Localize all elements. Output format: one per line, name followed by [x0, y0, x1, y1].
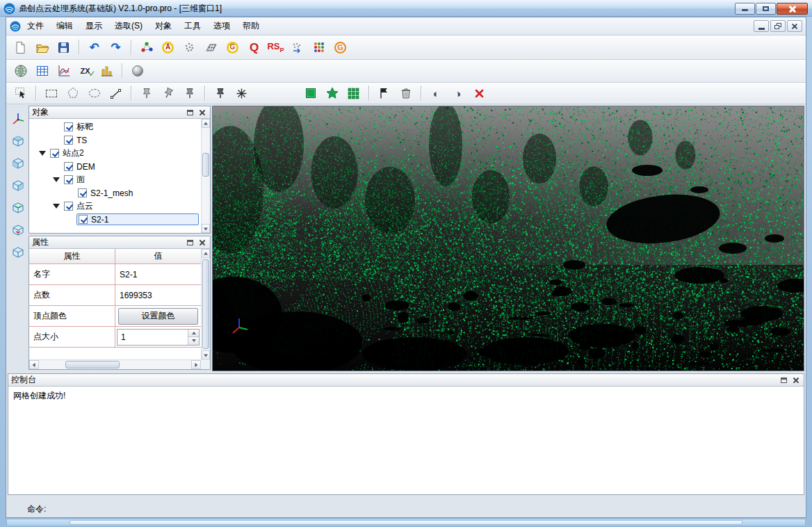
bottom-scrollbar[interactable]	[6, 519, 806, 526]
axes-view-button[interactable]	[10, 111, 26, 129]
zx-profile-button[interactable]: ZX✓	[75, 62, 95, 80]
sphere-render-button[interactable]	[127, 62, 147, 80]
properties-close-button[interactable]	[197, 238, 207, 247]
menu-select[interactable]: 选取(S)	[108, 17, 149, 35]
save-file-button[interactable]	[54, 38, 74, 56]
viewport-canvas[interactable]	[213, 106, 804, 371]
checkbox[interactable]	[64, 202, 73, 211]
polygon-select-button[interactable]	[63, 84, 83, 102]
green-grid-button[interactable]	[343, 84, 364, 102]
checkbox[interactable]	[64, 122, 73, 131]
console-close-button[interactable]	[791, 375, 801, 384]
redo-button[interactable]: ↷	[106, 38, 126, 56]
checkbox[interactable]	[64, 175, 73, 184]
ellipse-select-button[interactable]	[84, 84, 104, 102]
properties-horizontal-scrollbar[interactable]	[29, 359, 201, 369]
box-view-6-button[interactable]	[10, 245, 26, 262]
point-cloud-button[interactable]	[179, 38, 200, 56]
scrollbar-thumb[interactable]	[65, 361, 120, 368]
new-file-button[interactable]	[10, 38, 31, 56]
checkbox[interactable]	[64, 136, 73, 145]
circle-q-button[interactable]: Q	[244, 38, 264, 56]
pick-select-button[interactable]	[10, 84, 31, 102]
point-size-value[interactable]: 1	[117, 330, 188, 345]
tree-item-s2-1-mesh[interactable]: S2-1_mesh	[29, 186, 210, 200]
spin-down-icon[interactable]	[188, 337, 199, 345]
histogram-levels-button[interactable]	[97, 62, 117, 80]
target-a-button[interactable]: A	[158, 38, 178, 56]
tree-item-mesh-group[interactable]: 面	[29, 173, 210, 186]
box-view-5-button[interactable]	[10, 222, 26, 240]
menu-object[interactable]: 对象	[149, 17, 178, 35]
pin-2-button[interactable]	[158, 84, 178, 102]
tree-item-dem[interactable]: DEM	[29, 160, 210, 173]
properties-vertical-scrollbar[interactable]	[201, 249, 210, 359]
rect-select-button[interactable]	[41, 84, 61, 102]
cloud-convert-button[interactable]	[287, 38, 307, 56]
resample-rsp-button[interactable]: RSP	[266, 38, 286, 56]
swirl-g-button[interactable]: G	[330, 38, 350, 56]
mdi-close-button[interactable]	[787, 20, 802, 32]
menu-options[interactable]: 选项	[207, 17, 236, 35]
pin-1-button[interactable]	[136, 84, 156, 102]
green-star-button[interactable]	[322, 84, 342, 102]
window-minimize-button[interactable]	[735, 3, 755, 15]
tree-item-station2[interactable]: 站点2	[29, 147, 210, 160]
expander-icon[interactable]	[53, 204, 60, 209]
star-burst-button[interactable]	[232, 84, 252, 102]
menu-file[interactable]: 文件	[21, 17, 50, 35]
scroll-right-button[interactable]	[191, 360, 201, 369]
set-color-button[interactable]: 设置颜色	[118, 308, 198, 325]
scroll-down-button[interactable]	[202, 350, 210, 359]
green-plane-button[interactable]	[300, 84, 320, 102]
box-view-1-button[interactable]	[10, 133, 26, 151]
objects-close-button[interactable]	[197, 108, 207, 117]
tree-item-s2-1[interactable]: S2-1	[29, 213, 210, 226]
curve-chart-button[interactable]	[54, 62, 74, 80]
circle-g-button[interactable]: G	[222, 38, 243, 56]
scroll-down-button[interactable]	[202, 224, 210, 233]
viewport-3d[interactable]	[212, 106, 804, 371]
menu-edit[interactable]: 编辑	[50, 17, 79, 35]
line-select-button[interactable]	[106, 84, 126, 102]
box-view-4-button[interactable]	[10, 200, 26, 218]
tree-item-ts[interactable]: TS	[29, 133, 210, 147]
box-view-3-button[interactable]	[10, 178, 26, 195]
data-table-button[interactable]	[32, 62, 52, 80]
tree-item-target[interactable]: 标靶	[29, 120, 210, 133]
flag-mark-button[interactable]	[374, 84, 394, 102]
pin-dark-button[interactable]	[210, 84, 230, 102]
pin-3-button[interactable]	[179, 84, 200, 102]
command-bar[interactable]: 命令:	[8, 502, 804, 516]
menu-help[interactable]: 帮助	[236, 17, 266, 35]
prop-name-value[interactable]: S2-1	[115, 264, 201, 284]
scrollbar-thumb[interactable]	[202, 153, 209, 177]
mdi-restore-button[interactable]	[770, 20, 786, 32]
objects-vertical-scrollbar[interactable]	[201, 119, 210, 233]
checkbox[interactable]	[50, 149, 59, 158]
spin-up-icon[interactable]	[188, 330, 199, 337]
point-size-spinner[interactable]: 1	[117, 329, 200, 346]
globe-view-button[interactable]	[10, 62, 31, 80]
checkbox[interactable]	[79, 215, 88, 224]
expander-icon[interactable]	[39, 151, 46, 156]
menu-display[interactable]: 显示	[79, 17, 108, 35]
mesh-plane-button[interactable]	[201, 38, 221, 56]
window-maximize-button[interactable]	[756, 3, 776, 15]
delete-item-button[interactable]	[396, 84, 416, 102]
align-points-button[interactable]	[136, 38, 156, 56]
properties-float-button[interactable]	[185, 238, 195, 247]
expander-icon[interactable]	[53, 177, 60, 182]
scroll-up-button[interactable]	[202, 119, 210, 128]
scroll-left-button[interactable]	[29, 360, 39, 369]
menu-tools[interactable]: 工具	[178, 17, 207, 35]
bottom-scrollbar-thumb[interactable]	[70, 520, 742, 525]
scroll-up-button[interactable]	[202, 249, 210, 258]
console-float-button[interactable]	[779, 375, 788, 384]
window-close-button[interactable]	[777, 3, 808, 15]
render-mode-b-button[interactable]: ◑	[448, 84, 468, 102]
checkbox[interactable]	[78, 188, 87, 197]
prop-pointcount-value[interactable]: 1699353	[115, 285, 201, 305]
objects-float-button[interactable]	[185, 108, 195, 117]
undo-button[interactable]: ↶	[84, 38, 104, 56]
